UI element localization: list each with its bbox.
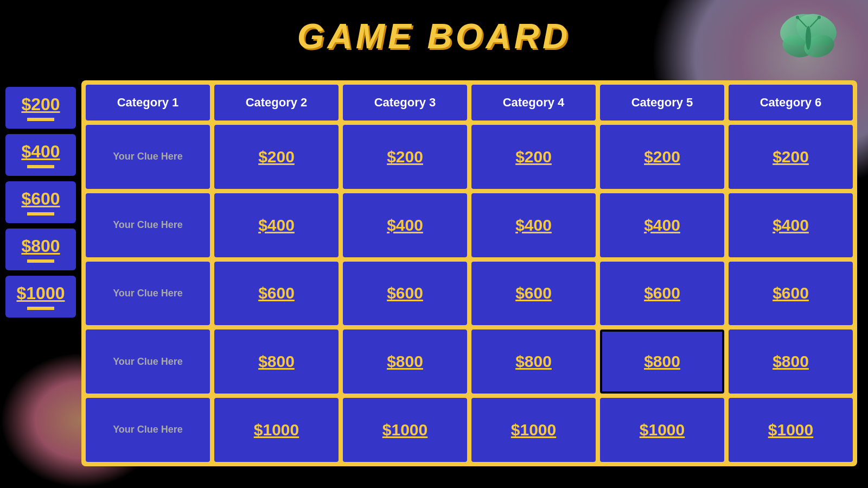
score-200[interactable]: $200 [5,87,76,129]
clue-r2-c3[interactable]: $400 [343,193,467,257]
clue-r4-c1[interactable]: Your Clue Here [86,329,210,394]
clue-r5-c5[interactable]: $1000 [600,398,724,462]
clue-r2-c1[interactable]: Your Clue Here [86,193,210,257]
score-800[interactable]: $800 [5,229,76,270]
category-header-3: Category 3 [343,85,467,121]
butterfly-decoration [776,11,841,65]
game-board: Category 1 Category 2 Category 3 Categor… [81,80,857,466]
clue-r1-c5[interactable]: $200 [600,125,724,189]
clue-r3-c4[interactable]: $600 [471,262,596,326]
clue-r5-c3[interactable]: $1000 [343,398,467,462]
clue-r2-c5[interactable]: $400 [600,193,724,257]
clue-r1-c6[interactable]: $200 [729,125,853,189]
clue-r5-c2[interactable]: $1000 [214,398,339,462]
score-sidebar: $200 $400 $600 $800 $1000 [0,87,76,318]
category-header-4: Category 4 [471,85,596,121]
clue-r1-c1[interactable]: Your Clue Here [86,125,210,189]
score-1000[interactable]: $1000 [5,276,76,318]
clue-r4-c3[interactable]: $800 [343,329,467,394]
clue-r3-c3[interactable]: $600 [343,262,467,326]
clue-r2-c6[interactable]: $400 [729,193,853,257]
clue-r4-c5[interactable]: $800 [600,329,724,394]
category-header-2: Category 2 [214,85,339,121]
clue-r4-c2[interactable]: $800 [214,329,339,394]
category-header-5: Category 5 [600,85,724,121]
clue-r3-c6[interactable]: $600 [729,262,853,326]
category-header-1: Category 1 [86,85,210,121]
clue-r3-c2[interactable]: $600 [214,262,339,326]
clue-r4-c4[interactable]: $800 [471,329,596,394]
svg-point-7 [796,16,799,19]
clue-r3-c5[interactable]: $600 [600,262,724,326]
clue-r5-c4[interactable]: $1000 [471,398,596,462]
clue-r1-c4[interactable]: $200 [471,125,596,189]
clue-r1-c3[interactable]: $200 [343,125,467,189]
clue-r1-c2[interactable]: $200 [214,125,339,189]
svg-point-8 [818,16,821,19]
clue-r4-c6[interactable]: $800 [729,329,853,394]
category-header-6: Category 6 [729,85,853,121]
svg-point-4 [806,26,811,50]
clue-r5-c6[interactable]: $1000 [729,398,853,462]
clue-r3-c1[interactable]: Your Clue Here [86,262,210,326]
board-grid: Category 1 Category 2 Category 3 Categor… [86,85,853,462]
clue-r2-c4[interactable]: $400 [471,193,596,257]
clue-r2-c2[interactable]: $400 [214,193,339,257]
score-400[interactable]: $400 [5,134,76,176]
clue-r5-c1[interactable]: Your Clue Here [86,398,210,462]
page-title: GAME BOARD [297,16,571,56]
score-600[interactable]: $600 [5,181,76,223]
